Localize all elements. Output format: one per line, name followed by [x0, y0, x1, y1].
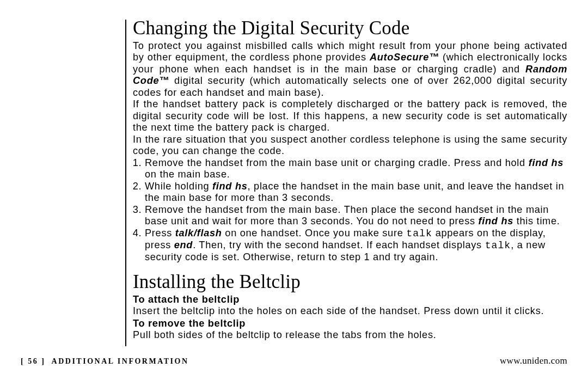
- footer-url: www.uniden.com: [500, 355, 567, 366]
- content-column: Changing the Digital Security Code To pr…: [125, 17, 567, 341]
- paragraph-attach: Insert the beltclip into the holes on ea…: [133, 305, 567, 317]
- display-talk: talk: [485, 240, 511, 251]
- key-find-hs: find hs: [212, 181, 248, 192]
- step-2: While holding find hs, place the handset…: [145, 181, 567, 204]
- display-talk: talk: [406, 228, 432, 239]
- step-1: Remove the handset from the main base un…: [145, 157, 567, 181]
- paragraph-intro: To protect you against misbilled calls w…: [133, 40, 567, 99]
- heading-security-code: Changing the Digital Security Code: [133, 17, 567, 39]
- text: on one handset. Once you make sure: [222, 228, 407, 238]
- key-find-hs: find hs: [479, 216, 514, 226]
- text: this time.: [513, 216, 560, 226]
- manual-page: Changing the Digital Security Code To pr…: [0, 0, 588, 374]
- section-beltclip: Installing the Beltclip To attach the be…: [133, 271, 567, 341]
- bracket-close: ]: [38, 357, 45, 365]
- key-talk-flash: talk/flash: [175, 228, 222, 238]
- subhead-remove: To remove the beltclip: [133, 318, 567, 329]
- key-end: end: [174, 240, 193, 250]
- text: While holding: [145, 181, 212, 192]
- page-number: 56: [28, 357, 38, 365]
- heading-beltclip: Installing the Beltclip: [133, 271, 567, 293]
- subhead-attach: To attach the beltclip: [133, 294, 567, 305]
- text: on the main base.: [145, 169, 230, 180]
- page-footer: [ 56 ] ADDITIONAL INFORMATION www.uniden…: [21, 355, 567, 366]
- paragraph-battery: If the handset battery pack is completel…: [133, 99, 567, 133]
- key-find-hs: find hs: [529, 157, 564, 168]
- text: Press: [145, 228, 175, 238]
- text: digital security (which automatically se…: [133, 75, 567, 97]
- text: Remove the handset from the main base un…: [145, 157, 529, 168]
- footer-left: [ 56 ] ADDITIONAL INFORMATION: [21, 357, 189, 366]
- text: . Then, try with the second handset. If …: [193, 240, 485, 250]
- vertical-rule: [125, 20, 126, 346]
- paragraph-remove: Pull both sides of the beltclip to relea…: [133, 329, 567, 341]
- step-4: Press talk/flash on one handset. Once yo…: [145, 228, 567, 263]
- step-3: Remove the handset from the main base. T…: [145, 204, 567, 228]
- footer-section-label: ADDITIONAL INFORMATION: [52, 357, 189, 365]
- term-autosecure: AutoSecure™: [370, 52, 439, 63]
- steps-list: Remove the handset from the main base un…: [133, 157, 567, 263]
- paragraph-rare: In the rare situation that you suspect a…: [133, 134, 567, 157]
- bracket-open: [: [21, 357, 28, 365]
